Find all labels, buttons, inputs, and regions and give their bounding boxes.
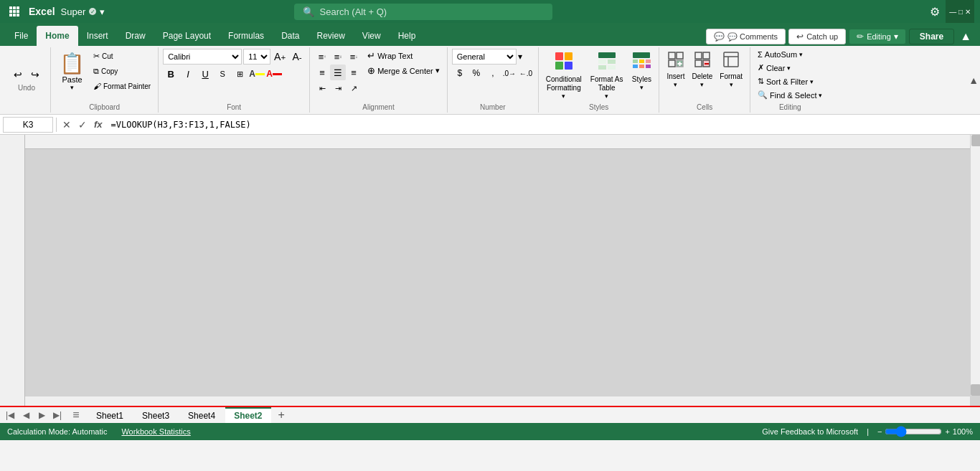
- decrease-font-size-button[interactable]: A-: [289, 49, 305, 65]
- confirm-formula-button[interactable]: ✓: [75, 118, 90, 132]
- copy-icon: ⧉: [93, 67, 99, 76]
- delete-button[interactable]: Delete ▾: [689, 49, 715, 90]
- sheet-tab-sheet1[interactable]: Sheet1: [88, 407, 132, 423]
- text-direction-button[interactable]: ↗: [346, 80, 362, 96]
- format-painter-button[interactable]: 🖌Format Painter: [90, 79, 154, 93]
- conditional-formatting-button[interactable]: Conditional Formatting ▾: [543, 49, 585, 102]
- cancel-formula-button[interactable]: ✕: [60, 118, 74, 132]
- sheet-tab-sheet4[interactable]: Sheet4: [179, 407, 224, 423]
- italic-button[interactable]: I: [180, 66, 196, 82]
- indent-button[interactable]: ⇥: [330, 80, 346, 96]
- scroll-thumb-up[interactable]: [971, 135, 980, 146]
- underline-button[interactable]: U: [197, 66, 213, 82]
- copy-button[interactable]: ⧉Copy: [90, 64, 154, 78]
- increase-font-size-button[interactable]: A+: [272, 49, 288, 65]
- editing-button[interactable]: ✏ Editing ▾: [849, 29, 906, 44]
- format-button[interactable]: Format ▾: [717, 49, 745, 90]
- bottom-align-button[interactable]: ≡↓: [346, 49, 362, 65]
- decrease-decimal-button[interactable]: ←.0: [518, 66, 534, 80]
- tab-view[interactable]: View: [354, 26, 390, 46]
- font-color-button[interactable]: A: [266, 66, 282, 82]
- zoom-in-button[interactable]: +: [945, 427, 949, 436]
- vertical-scrollbar[interactable]: [970, 135, 980, 396]
- sheet-nav-next[interactable]: ▶: [34, 408, 49, 422]
- zoom-out-button[interactable]: −: [877, 427, 882, 436]
- catchup-button[interactable]: ↩ Catch up: [788, 29, 846, 44]
- cell-styles-button[interactable]: Styles ▾: [628, 49, 654, 93]
- cell-reference-input[interactable]: [3, 117, 53, 133]
- zoom-slider[interactable]: [885, 426, 942, 437]
- styles-label: Styles: [543, 102, 655, 111]
- number-format-select[interactable]: General: [452, 49, 517, 65]
- sort-filter-button[interactable]: ⇅ Sort & Filter ▾: [755, 75, 825, 87]
- sheet-menu-button[interactable]: ≡: [69, 408, 83, 422]
- tab-draw[interactable]: Draw: [117, 26, 154, 46]
- share-button[interactable]: Share: [909, 29, 954, 44]
- horizontal-scrollbar[interactable]: [25, 396, 970, 406]
- bold-button[interactable]: B: [163, 66, 179, 82]
- sheet-nav-prev[interactable]: ◀: [19, 408, 33, 422]
- sheet-tab-sheet2[interactable]: Sheet2: [225, 407, 270, 423]
- comma-button[interactable]: ,: [485, 66, 501, 80]
- svg-rect-13: [555, 62, 563, 70]
- ribbon-tabs-right: 💬 💬 Comments ↩ Catch up ✏ Editing ▾ Shar…: [706, 29, 974, 46]
- merge-center-button[interactable]: ⊕ Merge & Center ▾: [364, 64, 443, 77]
- insert-button[interactable]: Insert ▾: [664, 49, 687, 90]
- search-input[interactable]: [320, 6, 544, 17]
- sheet-nav-prev-prev[interactable]: |◀: [3, 408, 17, 422]
- sheet-tab-sheet3[interactable]: Sheet3: [133, 407, 178, 423]
- middle-align-button[interactable]: ≡↕: [330, 49, 346, 65]
- feedback-label[interactable]: Give Feedback to Microsoft: [762, 427, 858, 436]
- file-name: Super ✓ ▾: [61, 6, 105, 17]
- increase-decimal-button[interactable]: .0→: [501, 66, 517, 80]
- tab-review[interactable]: Review: [308, 26, 353, 46]
- tab-file[interactable]: File: [6, 26, 37, 46]
- paste-button[interactable]: 📋 Paste ▾: [55, 49, 89, 94]
- font-name-select[interactable]: Calibri: [163, 49, 242, 65]
- tab-insert[interactable]: Insert: [78, 26, 117, 46]
- percent-button[interactable]: %: [468, 66, 484, 80]
- align-left-button[interactable]: ≡: [314, 65, 330, 80]
- grid-area[interactable]: [25, 149, 970, 396]
- formula-input[interactable]: [108, 117, 977, 133]
- scroll-thumb-down[interactable]: [971, 384, 980, 396]
- borders-button[interactable]: ⊞: [232, 66, 248, 82]
- wrap-icon: ↵: [367, 50, 375, 61]
- comments-button[interactable]: 💬 💬 Comments: [706, 29, 786, 44]
- ribbon-collapse-icon[interactable]: ▲: [957, 30, 974, 43]
- decrease-indent-button[interactable]: ⇤: [314, 80, 330, 96]
- insert-function-button[interactable]: fx: [91, 118, 105, 131]
- format-icon: [722, 51, 740, 72]
- format-as-table-button[interactable]: Format As Table ▾: [588, 49, 626, 102]
- merge-icon: ⊕: [367, 65, 375, 76]
- redo-button[interactable]: ↪: [27, 67, 43, 82]
- waffle-icon[interactable]: [6, 3, 23, 20]
- top-align-button[interactable]: ≡↑: [314, 49, 330, 65]
- add-sheet-button[interactable]: +: [273, 407, 291, 423]
- clear-button[interactable]: ✗ Clear ▾: [755, 62, 825, 74]
- tab-help[interactable]: Help: [390, 26, 425, 46]
- cut-button[interactable]: ✂Cut: [90, 49, 154, 63]
- font-size-select[interactable]: 11: [243, 49, 270, 65]
- wrap-text-button[interactable]: ↵ Wrap Text: [364, 49, 443, 62]
- zoom-control[interactable]: − + 100%: [877, 426, 973, 437]
- tab-page-layout[interactable]: Page Layout: [154, 26, 220, 46]
- fill-color-button[interactable]: A: [249, 66, 265, 82]
- format-painter-icon: 🖌: [93, 82, 101, 90]
- sheet-nav-next-next[interactable]: ▶|: [50, 408, 65, 422]
- accounting-format-button[interactable]: $: [452, 66, 468, 80]
- font-group: Calibri 11 A+ A- B I U S ⊞ A: [159, 47, 310, 113]
- tab-formulas[interactable]: Formulas: [220, 26, 273, 46]
- tab-data[interactable]: Data: [273, 26, 308, 46]
- find-select-button[interactable]: 🔍 Find & Select ▾: [755, 89, 825, 101]
- tab-home[interactable]: Home: [37, 26, 77, 46]
- autosum-button[interactable]: Σ AutoSum ▾: [755, 49, 825, 60]
- ribbon-minimize-button[interactable]: ▲: [969, 75, 979, 86]
- settings-icon[interactable]: ⚙: [930, 5, 940, 19]
- search-box[interactable]: 🔍: [294, 4, 552, 20]
- align-right-button[interactable]: ≡: [346, 65, 362, 80]
- align-center-button[interactable]: ☰: [330, 65, 346, 80]
- undo-button[interactable]: ↩: [10, 67, 26, 82]
- workbook-stats-label[interactable]: Workbook Statistics: [121, 427, 190, 436]
- strikethrough-button[interactable]: S: [215, 66, 230, 82]
